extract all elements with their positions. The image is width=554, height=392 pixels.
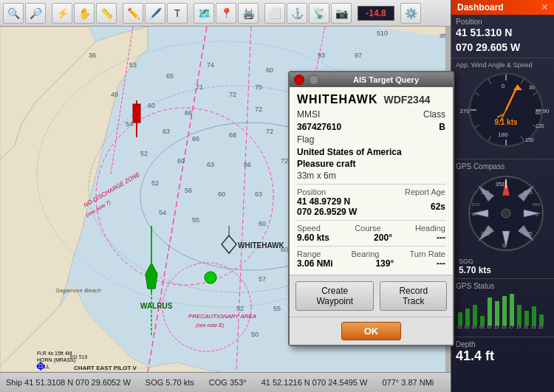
svg-text:56: 56: [185, 187, 192, 194]
report-age: 62s: [431, 202, 445, 212]
bearing-value: 139°: [375, 258, 394, 269]
svg-text:S: S: [502, 243, 505, 248]
svg-text:63: 63: [207, 161, 214, 168]
svg-rect-193: [539, 314, 544, 326]
vessel-type: Pleasure craft: [297, 159, 445, 169]
pan-btn[interactable]: ✋: [74, 3, 95, 24]
svg-text:180: 180: [498, 131, 508, 138]
cursor-position: 41 52.1216 N 070 24.5495 W: [261, 378, 368, 387]
map-btn[interactable]: 🗺️: [194, 3, 214, 24]
svg-text:270: 270: [472, 202, 480, 207]
select-btn[interactable]: ⬜: [264, 3, 285, 24]
status-bar: Ship 41 51.3108 N 070 29.6052 W SOG 5.70…: [0, 372, 451, 392]
svg-text:66: 66: [185, 109, 192, 117]
sog-status: SOG 5.70 kts: [146, 378, 194, 387]
svg-text:9.1 kts: 9.1 kts: [494, 118, 518, 126]
range-header: Range Bearing Turn Rate: [297, 250, 445, 258]
ais-btn[interactable]: 📡: [309, 3, 329, 24]
dialog-close-btn[interactable]: [294, 75, 304, 85]
svg-text:97: 97: [355, 52, 362, 59]
svg-text:120: 120: [536, 123, 544, 128]
pencil-btn[interactable]: 🖊️: [145, 3, 165, 24]
turn-rate-label: Turn Rate: [409, 250, 445, 258]
mmsi-row: MMSI Class: [297, 109, 445, 120]
measure-btn[interactable]: 📏: [96, 3, 117, 24]
dialog-minimize-btn[interactable]: [309, 75, 319, 85]
course-label: Course: [355, 224, 380, 233]
position-label: Position: [456, 18, 550, 26]
ok-btn[interactable]: OK: [341, 322, 402, 340]
depth-label: Depth: [456, 340, 550, 348]
svg-text:52: 52: [140, 150, 148, 157]
flag-label-row: Flag: [297, 134, 445, 145]
position-section: Position 41 51.310 N 070 29.605 W: [451, 15, 554, 58]
svg-text:353°: 353°: [496, 182, 507, 187]
gps-compass: S 315 045 135 225 270 W 090 E 353°: [459, 173, 547, 255]
dashboard-close-btn[interactable]: ✕: [541, 2, 548, 13]
report-age-label: Report Age: [405, 188, 445, 196]
print-btn[interactable]: 🖨️: [238, 3, 259, 24]
class-value: B: [439, 122, 445, 132]
svg-text:74: 74: [207, 61, 214, 69]
zoom-in-btn[interactable]: 🔍: [3, 3, 24, 24]
svg-text:E: E: [536, 213, 538, 217]
course-value: 200°: [374, 233, 392, 243]
svg-rect-183: [465, 309, 470, 326]
wind-label: App. Wind Angle & Speed: [456, 61, 550, 69]
svg-text:60: 60: [177, 157, 185, 165]
svg-text:PRECAUTIONARY AREA: PRECAUTIONARY AREA: [188, 313, 256, 320]
filter-btn[interactable]: ⚡: [52, 3, 72, 24]
dialog-title: AIS Target Query: [324, 75, 448, 84]
svg-text:36: 36: [89, 52, 96, 59]
bearing-label: Bearing: [351, 250, 379, 258]
camera-btn[interactable]: 📷: [331, 3, 352, 24]
gps-compass-section: GPS Compass: [451, 159, 554, 279]
sog-label: SOG: [459, 258, 491, 265]
wind-gauge: 0 180 270 90 30 60 120 150 9.1 kts: [459, 72, 547, 153]
vessel-size: 33m x 6m: [297, 171, 445, 181]
svg-rect-184: [473, 305, 477, 326]
svg-text:50: 50: [251, 331, 259, 338]
svg-text:045: 045: [524, 190, 533, 195]
svg-rect-191: [524, 311, 529, 326]
ais-ok-row: OK: [290, 317, 453, 345]
svg-text:FG 518: FG 518: [70, 354, 87, 360]
ais-dialog-buttons: Create Waypoint Record Track: [290, 275, 453, 317]
pos-label: Position: [297, 188, 326, 196]
divider-2: [297, 220, 445, 221]
svg-text:(see note E): (see note E): [196, 323, 224, 329]
text-btn[interactable]: T: [167, 3, 188, 24]
gps-status-section: GPS Status 02 03 05 08 10 13 15 17 19 21…: [451, 279, 554, 337]
waypoint-btn[interactable]: 📍: [216, 3, 236, 24]
latitude-display: 41 51.310 N: [456, 26, 550, 41]
zoom-out-btn[interactable]: 🔎: [25, 3, 46, 24]
svg-text:55: 55: [192, 216, 199, 224]
svg-text:60: 60: [266, 66, 273, 74]
cog-status: COG 353°: [209, 378, 247, 387]
svg-text:75: 75: [255, 83, 262, 91]
svg-text:52: 52: [236, 305, 244, 312]
divider-1: [297, 184, 445, 185]
anchor-btn[interactable]: ⚓: [287, 3, 307, 24]
draw-btn[interactable]: ✏️: [123, 3, 143, 24]
ais-dialog-titlebar: AIS Target Query: [290, 72, 453, 87]
svg-text:315: 315: [481, 190, 490, 195]
speed-value: 9.60 kts: [297, 233, 329, 243]
svg-rect-186: [488, 298, 492, 326]
heading-label: Heading: [415, 224, 445, 233]
record-track-btn[interactable]: Record Track: [380, 281, 447, 311]
svg-text:93: 93: [318, 52, 325, 59]
svg-text:90: 90: [542, 108, 549, 114]
settings-btn[interactable]: ⚙️: [400, 3, 421, 24]
svg-text:270: 270: [459, 108, 470, 114]
dashboard-panel: Dashboard ✕ Position 41 51.310 N 070 29.…: [451, 0, 554, 392]
svg-text:CHART EAST PILOT V: CHART EAST PILOT V: [74, 365, 137, 371]
svg-text:72: 72: [281, 157, 288, 165]
speed-label: Speed: [297, 224, 321, 233]
svg-text:65: 65: [166, 72, 174, 80]
ais-dialog-content: WHITEHAWK WDF2344 MMSI Class 367427610 B…: [290, 87, 453, 275]
ship-position: Ship 41 51.3108 N 070 29.6052 W: [6, 378, 131, 387]
svg-text:0: 0: [501, 83, 505, 89]
speed-header: Speed Course Heading: [297, 224, 445, 233]
create-waypoint-btn[interactable]: Create Waypoint: [295, 281, 374, 311]
